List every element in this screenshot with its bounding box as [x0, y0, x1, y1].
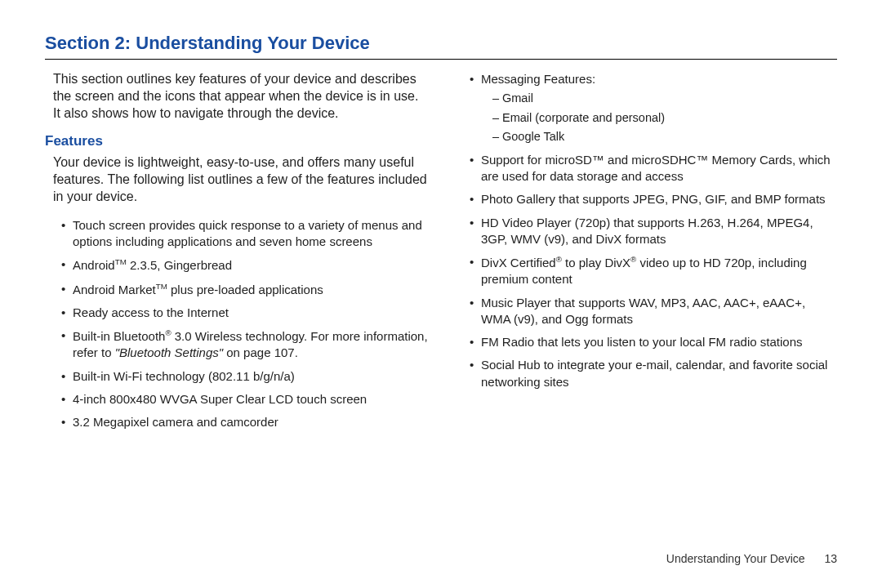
list-item: DivX Certified® to play DivX® video up t… [470, 254, 837, 288]
list-item: Support for microSD™ and microSDHC™ Memo… [470, 152, 837, 185]
trademark-icon: TM [156, 282, 167, 291]
page-number: 13 [824, 552, 837, 565]
list-item: Email (corporate and personal) [492, 110, 837, 127]
footer-section-name: Understanding Your Device [666, 552, 805, 565]
list-item: Gmail [492, 91, 837, 107]
list-item: Ready access to the Internet [61, 305, 429, 321]
horizontal-rule [45, 59, 837, 60]
list-item: Messaging Features: Gmail Email (corpora… [470, 71, 837, 145]
list-item: Built-in Bluetooth® 3.0 Wireless technol… [61, 327, 429, 362]
list-item: 3.2 Megapixel camera and camcorder [61, 414, 429, 430]
page-footer: Understanding Your Device 13 [666, 552, 837, 565]
page-body: Section 2: Understanding Your Device Thi… [0, 0, 882, 453]
trademark-icon: TM [115, 257, 127, 266]
registered-icon: ® [556, 255, 562, 264]
list-item: Google Talk [492, 129, 837, 145]
features-list-right: Messaging Features: Gmail Email (corpora… [453, 71, 837, 390]
list-item: Touch screen provides quick response to … [61, 217, 429, 251]
list-item: HD Video Player (720p) that supports H.2… [470, 215, 837, 248]
list-item: Social Hub to integrate your e-mail, cal… [470, 357, 837, 390]
two-column-layout: This section outlines key features of yo… [45, 71, 837, 437]
right-column: Messaging Features: Gmail Email (corpora… [453, 71, 837, 437]
messaging-sublist: Gmail Email (corporate and personal) Goo… [481, 91, 837, 145]
list-item: 4-inch 800x480 WVGA Super Clear LCD touc… [61, 391, 429, 408]
registered-icon: ® [165, 328, 171, 337]
cross-ref: "Bluetooth Settings" [115, 345, 223, 359]
list-item: Photo Gallery that supports JPEG, PNG, G… [470, 191, 837, 207]
list-item: AndroidTM 2.3.5, Gingerbread [61, 256, 429, 274]
list-item: Music Player that supports WAV, MP3, AAC… [470, 295, 837, 328]
list-item: Built-in Wi-Fi technology (802.11 b/g/n/… [61, 368, 429, 385]
section-title: Section 2: Understanding Your Device [45, 33, 837, 54]
features-list-left: Touch screen provides quick response to … [45, 217, 429, 431]
features-heading: Features [45, 133, 429, 149]
left-column: This section outlines key features of yo… [45, 71, 429, 437]
intro-paragraph: This section outlines key features of yo… [53, 71, 429, 122]
features-intro: Your device is lightweight, easy-to-use,… [53, 154, 429, 205]
list-item: FM Radio that lets you listen to your lo… [470, 334, 837, 350]
list-item: Android MarketTM plus pre-loaded applica… [61, 281, 429, 298]
messaging-label: Messaging Features: [481, 72, 595, 86]
